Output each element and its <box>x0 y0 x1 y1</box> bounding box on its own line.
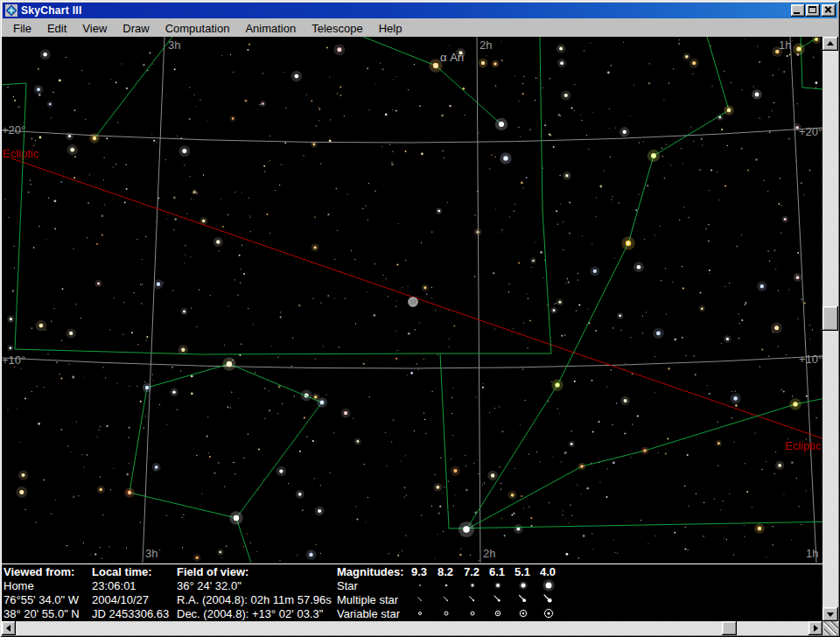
chart-client-area: 3h3h2h2h1h1h+20°+20°+10°+10°EclipticEcli… <box>2 37 822 621</box>
variable-symbol-icon <box>438 607 455 620</box>
star-symbol-icon <box>540 579 557 592</box>
horizontal-scrollbar[interactable] <box>2 621 822 635</box>
ra-label-top: 2h <box>480 38 492 52</box>
multiple-symbol-icon <box>540 593 557 606</box>
star-symbol-icon <box>464 579 481 592</box>
window-controls <box>790 4 837 17</box>
variable-symbol-icon <box>540 607 557 620</box>
boundary-west <box>2 83 440 354</box>
status-header: Field of view: <box>177 565 248 578</box>
minimize-button[interactable] <box>791 4 805 17</box>
ra-label-bottom: 2h <box>483 547 495 560</box>
arrow-down-icon <box>827 612 834 617</box>
arrow-right-icon <box>814 625 818 632</box>
horizontal-scroll-thumb[interactable] <box>722 621 737 635</box>
arrow-left-icon <box>6 625 10 632</box>
status-value: R.A. (2004.8): 02h 11m 57.96s <box>177 593 332 606</box>
variable-symbol-icon <box>514 607 532 620</box>
multiple-symbol-icon <box>411 593 429 606</box>
menu-item-file[interactable]: File <box>5 20 39 37</box>
dec-grid-line <box>2 128 822 143</box>
menu-item-help[interactable]: Help <box>371 20 410 37</box>
magnitude-value: 4.0 <box>540 565 556 578</box>
star-chart[interactable]: 3h3h2h2h1h1h+20°+20°+10°+10°EclipticEcli… <box>2 37 822 564</box>
ra-label-bottom: 3h <box>145 547 158 560</box>
dec-label-right: +20° <box>799 125 822 138</box>
cetus-neck-line <box>236 518 251 563</box>
ra-grid-line <box>143 37 164 563</box>
magnitude-value: 6.1 <box>489 565 505 578</box>
star-symbol-icon <box>514 579 532 592</box>
app-window: SkyChart III FileEditViewDrawComputation… <box>0 0 840 637</box>
variable-symbol-icon <box>464 607 481 620</box>
scroll-left-button[interactable] <box>2 621 16 635</box>
menu-item-edit[interactable]: Edit <box>39 20 74 37</box>
legend-row-label: Multiple star <box>337 593 398 606</box>
boundary-south <box>440 354 822 528</box>
magnitudes-header: Magnitudes: <box>337 565 404 578</box>
status-value: 76°55' 34.0" W <box>4 593 79 606</box>
legend-row-label: Star <box>337 579 358 592</box>
scroll-down-button[interactable] <box>822 607 838 621</box>
magnitude-value: 8.2 <box>438 565 453 578</box>
dec-grid-line <box>2 356 822 368</box>
pisces-west-cord <box>466 37 729 529</box>
status-value: 2004/10/27 <box>92 593 149 606</box>
status-value: Home <box>4 579 34 592</box>
status-header: Viewed from: <box>4 565 74 578</box>
close-button[interactable] <box>822 4 836 17</box>
maximize-icon <box>808 6 816 13</box>
boundary-northeast <box>801 37 822 89</box>
ra-label-bottom: 1h <box>806 547 818 560</box>
menu-item-telescope[interactable]: Telescope <box>304 20 371 37</box>
menu-item-computation[interactable]: Computation <box>158 20 238 37</box>
variable-symbol-icon <box>489 607 507 620</box>
cetus-head-pentagon <box>130 364 322 518</box>
star-symbol-icon <box>438 579 455 592</box>
status-bar: Viewed from:Home76°55' 34.0" W38° 20' 55… <box>2 564 822 621</box>
star-label-alpha-ari: α Ari <box>440 51 464 64</box>
multiple-symbol-icon <box>489 593 507 606</box>
menu-bar: FileEditViewDrawComputationAnimationTele… <box>3 19 837 37</box>
star-symbol-icon <box>489 579 507 592</box>
scroll-right-button[interactable] <box>808 621 822 635</box>
dec-label-left: +10° <box>2 354 25 367</box>
maximize-button[interactable] <box>806 4 820 17</box>
status-value: Dec. (2004.8): +13° 02' 03.3" <box>177 607 323 620</box>
menu-item-animation[interactable]: Animation <box>237 20 304 37</box>
scroll-up-button[interactable] <box>822 37 838 51</box>
magnitude-value: 9.3 <box>411 565 427 578</box>
menu-item-draw[interactable]: Draw <box>115 20 157 37</box>
pisces-east-cord <box>466 396 822 529</box>
multiple-symbol-icon <box>514 593 532 606</box>
status-value: 23:06:01 <box>92 579 136 592</box>
legend-row-label: Variable star <box>337 607 400 620</box>
ecliptic-label: Ecliptic <box>3 147 39 160</box>
vertical-scroll-thumb[interactable] <box>822 306 838 331</box>
ra-grid-line <box>790 37 816 563</box>
variable-symbol-icon <box>411 607 429 620</box>
title-bar[interactable]: SkyChart III <box>3 3 837 18</box>
multiple-symbol-icon <box>438 593 455 606</box>
window-title: SkyChart III <box>21 4 82 17</box>
minimize-icon <box>794 12 800 14</box>
ecliptic-label: Ecliptic <box>785 439 822 452</box>
status-value: 38° 20' 55.0" N <box>4 607 80 620</box>
magnitude-value: 7.2 <box>464 565 480 578</box>
ra-label-top: 1h <box>779 38 791 52</box>
app-icon <box>5 4 18 17</box>
multiple-symbol-icon <box>464 593 481 606</box>
status-value: JD 2453306.63 <box>92 607 169 620</box>
magnitude-value: 5.1 <box>514 565 530 578</box>
menu-item-view[interactable]: View <box>74 20 115 37</box>
status-header: Local time: <box>92 565 152 578</box>
notable-stars <box>89 37 821 537</box>
dec-label-right: +10° <box>799 353 822 366</box>
status-value: 36° 24' 32.0" <box>177 579 242 592</box>
dec-label-left: +20° <box>2 123 25 136</box>
moon-marker <box>409 298 418 307</box>
vertical-scrollbar[interactable] <box>822 37 838 621</box>
star-symbol-icon <box>411 579 429 592</box>
arrow-up-icon <box>827 41 834 46</box>
resize-grip[interactable] <box>824 621 838 635</box>
